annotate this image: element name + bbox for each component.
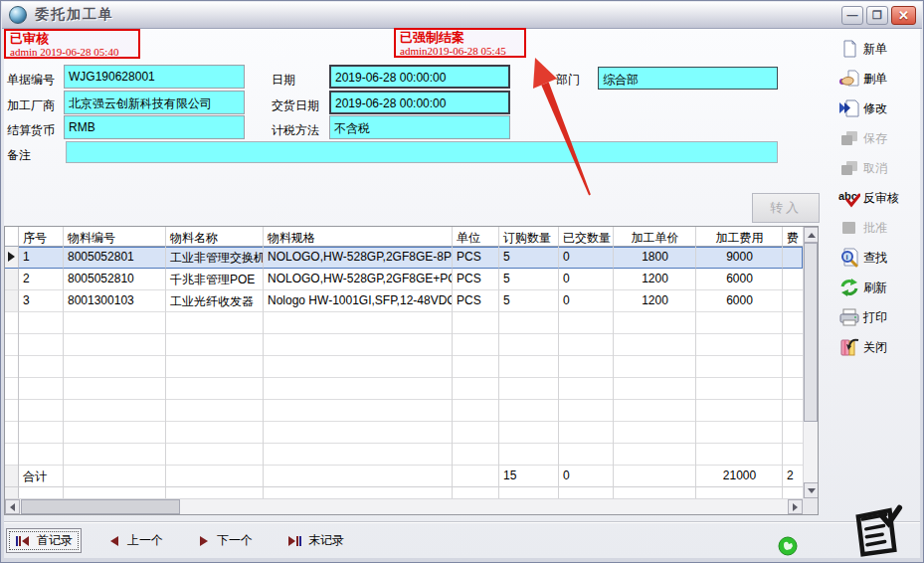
cell-qty[interactable]: 5 (499, 269, 559, 290)
current-row-marker-icon (8, 252, 15, 262)
col-name[interactable]: 物料名称 (166, 227, 264, 247)
row-selector[interactable] (5, 269, 19, 290)
save-icon (838, 128, 860, 148)
cell-qty[interactable]: 5 (499, 290, 559, 312)
approved-stamp-detail: admin 2019-06-28 05:40 (10, 46, 134, 58)
cell-fee[interactable]: 6000 (696, 269, 783, 290)
date-field[interactable]: 2019-06-28 00:00:00 (329, 65, 510, 89)
cell-price[interactable]: 1800 (614, 247, 696, 269)
print-button[interactable]: 打印 (834, 302, 924, 332)
unapprove-button[interactable]: abc 反审核 (834, 183, 924, 213)
forced-close-stamp-title: 已强制结案 (400, 31, 520, 45)
print-label: 打印 (863, 309, 887, 326)
cell-unit[interactable]: PCS (453, 247, 499, 269)
next-record-icon (197, 534, 211, 548)
tax-method-label: 计税方法 (272, 122, 319, 139)
cancel-button: 取消 (834, 153, 924, 183)
table-row[interactable]: 2 8005052810 千兆非管理POE NOLOGO,HW-528GP,2G… (5, 269, 803, 290)
close-button[interactable]: ✕ (891, 6, 916, 25)
currency-field[interactable]: RMB (64, 115, 245, 139)
modify-button[interactable]: 修改 (834, 94, 924, 123)
last-record-icon (286, 534, 302, 548)
refresh-button[interactable]: 刷新 (834, 273, 924, 302)
cell-name[interactable]: 千兆非管理POE (166, 269, 264, 290)
cell-unit[interactable]: PCS (453, 290, 499, 312)
cell-name[interactable]: 工业非管理交换机 (166, 247, 264, 269)
unapprove-label: 反审核 (863, 190, 899, 207)
totals-qty: 15 (499, 466, 559, 487)
cell-spec[interactable]: NOLOGO,HW-528GP,2GF8GE+PO (264, 269, 453, 290)
vertical-scrollbar[interactable] (803, 227, 818, 498)
horizontal-scrollbar[interactable] (5, 498, 803, 514)
cell-delivered[interactable]: 0 (559, 247, 614, 269)
close-form-button[interactable]: 关闭 (834, 332, 924, 362)
cell-seq[interactable]: 1 (19, 247, 64, 269)
delete-bill-button[interactable]: 删单 (834, 64, 924, 94)
approve-label: 批准 (863, 220, 887, 237)
cell-spec[interactable]: NOLOGO,HW-528GP,2GF8GE-8PC (264, 247, 453, 269)
cell-fee2[interactable] (783, 290, 803, 312)
bill-no-field[interactable]: WJG190628001 (64, 65, 245, 89)
cell-qty[interactable]: 5 (499, 247, 559, 269)
refresh-label: 刷新 (863, 280, 887, 296)
maximize-button[interactable]: ❐ (866, 6, 888, 25)
department-field[interactable]: 综合部 (598, 67, 778, 90)
cell-spec[interactable]: Nologo HW-1001GI,SFP,12-48VDC (264, 290, 453, 312)
approved-stamp: 已审核 admin 2019-06-28 05:40 (4, 29, 140, 59)
col-qty[interactable]: 订购数量 (499, 227, 559, 247)
cell-delivered[interactable]: 0 (559, 269, 614, 290)
cell-price[interactable]: 1200 (614, 269, 696, 290)
col-seq[interactable]: 序号 (19, 227, 64, 247)
col-unit[interactable]: 单位 (453, 227, 499, 247)
previous-record-button[interactable]: 上一个 (99, 528, 171, 553)
delivery-date-field[interactable]: 2019-06-28 00:00:00 (329, 91, 510, 114)
first-record-button[interactable]: 首记录 (6, 528, 82, 553)
row-selector[interactable] (5, 247, 19, 269)
transfer-button: 转入 (752, 193, 820, 223)
cell-code[interactable]: 8001300103 (64, 290, 166, 312)
scroll-right-button[interactable] (788, 499, 803, 514)
cell-fee[interactable]: 9000 (696, 247, 783, 269)
vertical-scroll-thumb[interactable] (804, 243, 818, 422)
scroll-left-icon (10, 503, 15, 511)
col-fee2[interactable]: 费 (783, 227, 803, 247)
cell-price[interactable]: 1200 (614, 290, 696, 312)
col-spec[interactable]: 物料规格 (264, 227, 453, 247)
minimize-button[interactable]: — (841, 6, 863, 25)
table-row[interactable]: 3 8001300103 工业光纤收发器 Nologo HW-1001GI,SF… (5, 290, 803, 312)
vendor-field[interactable]: 北京强云创新科技有限公司 (64, 91, 245, 114)
scroll-up-button[interactable] (804, 227, 819, 243)
window-title: 委托加工单 (35, 6, 114, 24)
scroll-left-button[interactable] (5, 499, 20, 514)
col-fee[interactable]: 加工费用 (696, 227, 783, 247)
table-row[interactable]: 1 8005052801 工业非管理交换机 NOLOGO,HW-528GP,2G… (5, 247, 803, 269)
scroll-down-button[interactable] (804, 482, 819, 498)
totals-fee: 21000 (696, 466, 783, 487)
cell-unit[interactable]: PCS (453, 269, 499, 290)
cell-fee2[interactable] (783, 269, 803, 290)
new-bill-button[interactable]: 新单 (834, 34, 924, 64)
cell-code[interactable]: 8005052810 (64, 269, 166, 290)
col-delivered[interactable]: 已交数量 (559, 227, 614, 247)
cell-name[interactable]: 工业光纤收发器 (166, 290, 264, 312)
cell-delivered[interactable]: 0 (559, 290, 614, 312)
first-record-label: 首记录 (37, 532, 73, 549)
remark-field[interactable] (66, 141, 778, 163)
last-record-button[interactable]: 末记录 (278, 528, 352, 553)
forced-close-stamp-detail: admin2019-06-28 05:45 (400, 45, 520, 57)
next-record-button[interactable]: 下一个 (189, 528, 261, 553)
cell-fee[interactable]: 6000 (696, 290, 783, 312)
cell-seq[interactable]: 2 (19, 269, 64, 290)
row-selector[interactable] (5, 290, 19, 312)
cell-fee2[interactable] (783, 247, 803, 269)
cell-seq[interactable]: 3 (19, 290, 64, 312)
totals-row: 合计 15 0 21000 2 (5, 466, 803, 487)
cell-code[interactable]: 8005052801 (64, 247, 166, 269)
scroll-right-icon (793, 503, 798, 511)
tax-method-field[interactable]: 不含税 (329, 115, 510, 139)
find-button[interactable]: i 查找 (834, 243, 924, 273)
col-price[interactable]: 加工单价 (614, 227, 696, 247)
col-code[interactable]: 物料编号 (64, 227, 166, 247)
unapprove-abc-icon: abc (838, 188, 860, 208)
horizontal-scroll-thumb[interactable] (21, 499, 180, 514)
